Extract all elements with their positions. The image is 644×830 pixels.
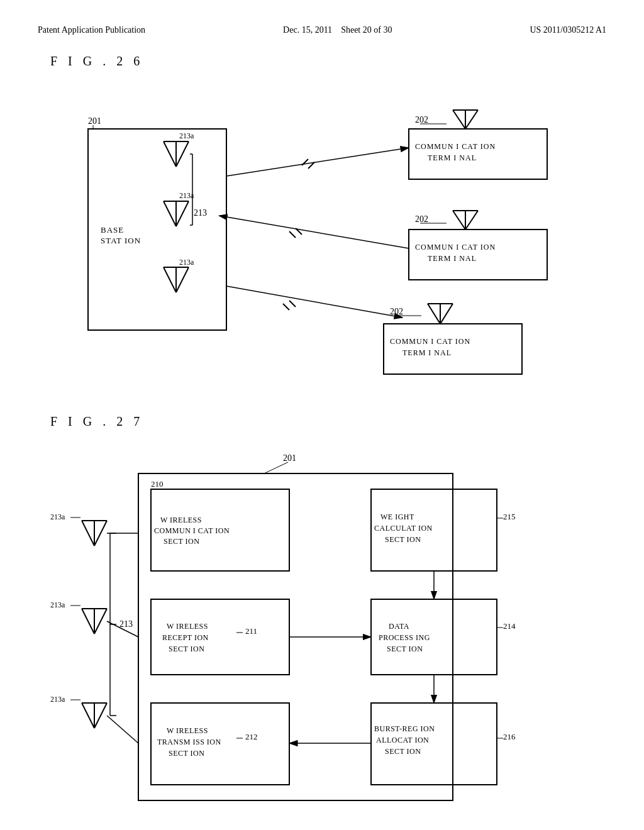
svg-line-16 (176, 267, 189, 292)
fig26-label: F I G . 2 6 (50, 54, 606, 69)
fig27-ant1-label: 213a (50, 512, 65, 521)
fig27-bras-line1: BURST-REG ION (374, 724, 435, 733)
svg-line-23 (226, 148, 409, 176)
svg-line-53 (94, 521, 107, 546)
svg-line-57 (82, 609, 94, 634)
svg-line-20 (453, 110, 465, 129)
page-header: Patent Application Publication Dec. 15, … (38, 25, 606, 35)
fig26-ct1-line1: COMMUN I CAT ION (415, 142, 496, 151)
fig26-201-label: 201 (88, 116, 101, 126)
fig26-ct3-line1: COMMUN I CAT ION (390, 337, 470, 346)
svg-line-9 (176, 201, 189, 226)
fig27-bras-line3: SECT ION (385, 747, 421, 756)
fig26-202-2-label: 202 (415, 214, 428, 224)
fig27-wts-line1: W IRELESS (167, 726, 208, 735)
header-center: Dec. 15, 2011 Sheet 20 of 30 (283, 25, 392, 35)
fig27-wcs2-line1: WE IGHT (380, 512, 414, 521)
fig26-ct3-line2: TERM I NAL (402, 348, 452, 357)
svg-line-58 (94, 609, 107, 634)
svg-line-21 (465, 110, 478, 129)
fig27-wcs-line2: COMMUN I CAT ION (154, 526, 230, 535)
svg-line-30 (465, 211, 478, 230)
fig26-base-station-text: BASE (101, 225, 124, 235)
fig27-201-label: 201 (283, 453, 296, 463)
svg-line-34 (289, 231, 296, 238)
svg-line-42 (289, 301, 296, 307)
svg-line-48 (264, 462, 288, 473)
svg-line-43 (283, 304, 289, 310)
fig26-diagram: 201 BASE STAT ION 213a 213a 213 (38, 79, 606, 396)
fig27-213-brace-label: 213 (119, 619, 133, 629)
fig27-bras-line2: ALLOCAT ION (376, 736, 429, 744)
fig26-ct1-line2: TERM I NAL (428, 153, 477, 162)
fig26-213-label: 213 (194, 208, 207, 218)
fig27-wts-line3: SECT ION (169, 749, 204, 758)
fig26-antenna1-label: 213a (179, 131, 194, 140)
svg-line-8 (164, 201, 176, 226)
fig27-ant3-label: 213a (50, 695, 65, 704)
svg-line-38 (428, 304, 440, 324)
fig27-ant2-label: 213a (50, 600, 65, 609)
fig26-ct2-line1: COMMUN I CAT ION (415, 243, 496, 252)
svg-line-82 (107, 716, 138, 743)
fig27-214-label: 214 (503, 621, 516, 631)
fig27-210-label: 210 (151, 479, 164, 489)
header-right: US 2011/0305212 A1 (530, 25, 606, 35)
svg-line-62 (82, 703, 94, 728)
svg-line-5 (176, 141, 189, 167)
svg-line-15 (164, 267, 176, 292)
fig27-wcs2-line3: SECT ION (385, 535, 421, 544)
fig26-202-1-label: 202 (415, 115, 428, 124)
fig27-diagram: 201 213a 213a 213a (38, 439, 606, 819)
fig27-wts-line2: TRANSM ISS ION (157, 738, 221, 746)
header-left: Patent Application Publication (38, 25, 145, 35)
fig27-dps-line2: PROCESS ING (379, 633, 430, 642)
fig27-svg: 201 213a 213a 213a (38, 439, 604, 816)
fig26-svg: 201 BASE STAT ION 213a 213a 213 (38, 79, 604, 393)
fig27-212-label: 212 (245, 732, 258, 741)
fig27-wcs-line1: W IRELESS (160, 516, 202, 524)
fig27-dps-line3: SECT ION (387, 645, 423, 653)
svg-line-29 (453, 211, 465, 230)
fig27-label: F I G . 2 7 (50, 414, 606, 429)
page: Patent Application Publication Dec. 15, … (0, 0, 644, 830)
fig26-station-text: STAT ION (101, 236, 141, 245)
fig27-wrs-line1: W IRELESS (167, 622, 208, 631)
fig26-ct2-line2: TERM I NAL (428, 254, 477, 263)
fig27-215-label: 215 (503, 512, 516, 521)
svg-line-39 (440, 304, 453, 324)
fig27-wrs-line2: RECEPT ION (162, 633, 209, 642)
svg-line-4 (164, 141, 176, 167)
fig26-202-3-label: 202 (390, 307, 403, 316)
fig27-wcs2-line2: CALCULAT ION (374, 524, 433, 533)
svg-line-63 (94, 703, 107, 728)
fig27-wrs-line3: SECT ION (169, 645, 204, 653)
fig26-antenna3-label: 213a (179, 258, 194, 267)
fig27-wcs-line3: SECT ION (164, 537, 199, 546)
svg-line-41 (226, 286, 402, 318)
fig27-211-label: 211 (245, 626, 257, 636)
svg-line-52 (82, 521, 94, 546)
svg-line-32 (226, 217, 409, 248)
svg-line-24 (302, 159, 308, 165)
fig27-216-label: 216 (503, 732, 516, 741)
fig27-dps-line1: DATA (389, 622, 409, 631)
